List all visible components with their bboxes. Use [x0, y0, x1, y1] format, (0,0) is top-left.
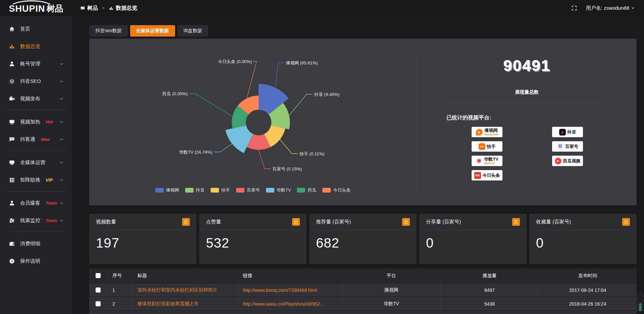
legend-label: 百家号 [247, 187, 260, 193]
overview-panel: 播视网 (65.61%)抖音 (9.40%)快手 (0.11%)百家号 (0.1… [89, 39, 637, 205]
cell-views: 8497 [440, 283, 539, 297]
video-title-link[interactable]: 楼体投影灯投影效果震撼上市 [138, 301, 199, 307]
legend-swatch [322, 188, 331, 193]
sidebar-divider [6, 151, 66, 151]
col-link: 链接 [238, 268, 342, 283]
member-icon [9, 200, 15, 206]
sidebar-item-tag: Tools [46, 218, 57, 223]
sidebar-item-bars[interactable]: 数据总览 [0, 38, 72, 55]
legend-item[interactable]: 今日头条 [322, 187, 351, 193]
chevron-down-icon [59, 137, 64, 142]
video-title-link[interactable]: 室外水纹灯和室内水纹灯的区别和简介 [138, 287, 217, 293]
cell-views: 5438 [440, 297, 539, 310]
help-icon: ? [9, 258, 15, 264]
sidebar-item-label: 矩阵助推 [20, 177, 40, 183]
main-content: 抖音seo数据全媒体运营数据询盘数据 播视网 (65.61%)抖音 (9.40%… [72, 16, 644, 314]
sidebar-item-help[interactable]: ?操作说明 [0, 252, 72, 270]
user-menu[interactable]: 用户名: zswodun88 [586, 5, 635, 11]
legend-item[interactable]: 西瓜 [297, 187, 316, 193]
table-row: 1室外水纹灯和室内水纹灯的区别和简介http://www.boosj.com/7… [89, 283, 637, 297]
sidebar-item-chat[interactable]: 抖客通New [0, 130, 72, 148]
summary-divider [446, 103, 604, 103]
sidebar-item-member[interactable]: 会员爆客Tools [0, 194, 72, 212]
sidebar-item-label: 会员爆客 [20, 200, 40, 206]
monitor-icon [9, 159, 15, 166]
breadcrumb-label: 树品 [87, 5, 98, 12]
legend-swatch [211, 188, 219, 193]
row-checkbox[interactable] [96, 301, 101, 306]
sidebar-item-label: 全媒体运营 [20, 159, 45, 166]
chevron-down-icon [59, 61, 64, 66]
legend-label: 快手 [221, 187, 230, 193]
row-checkbox[interactable] [96, 287, 101, 293]
pie-label: 西瓜 (0.00%) [162, 91, 187, 96]
pie-label-line [275, 63, 284, 88]
stat-title: 收藏量 (百家号) [536, 219, 571, 225]
col-title: 标题 [133, 268, 238, 283]
breadcrumb-item[interactable]: 树品 [80, 5, 98, 12]
fullscreen-icon[interactable] [571, 5, 577, 11]
legend-item[interactable]: 抖音 [185, 187, 205, 193]
tab-抖音seo数据[interactable]: 抖音seo数据 [89, 25, 128, 37]
impressions-total: 90491 [417, 56, 637, 74]
sidebar-item-label: 首页 [20, 26, 30, 32]
sidebar-item-video[interactable]: 视频发布 [0, 90, 72, 107]
sidebar-item-monitor[interactable]: 全媒体运营 [0, 154, 72, 171]
cell-platform: 华数TV [342, 297, 440, 310]
pie-label: 快手 (0.11%) [299, 151, 324, 156]
sidebar-item-gear[interactable]: 抖音SEO [0, 72, 72, 90]
impressions-total-label: 展现量总数 [417, 89, 637, 95]
platforms-title: 已统计的视频平台: [446, 114, 637, 121]
sidebar-divider [6, 110, 66, 110]
platform-name: 百家号 [565, 144, 578, 149]
sidebar-item-sliders[interactable]: 线索监控Tools [0, 212, 72, 229]
breadcrumb-separator: > [102, 5, 105, 11]
chevron-down-icon [59, 119, 64, 124]
legend-item[interactable]: 快手 [211, 187, 230, 193]
platform-sub: wasu.cn [484, 162, 498, 165]
sidebar-divider [6, 191, 66, 192]
sidebar-item-home[interactable]: 首页 [0, 20, 72, 38]
sidebar-item-grid[interactable]: 矩阵助推VIP [0, 171, 72, 189]
pie-label: 华数TV (24.74%) [179, 150, 212, 155]
wasu-logo: ❋ [476, 158, 482, 164]
user-label: 用户名: zswodun88 [586, 5, 629, 11]
col-index: 序号 [107, 268, 133, 283]
legend-item[interactable]: 华数TV [266, 187, 291, 193]
sidebar-item-screen[interactable]: 视频加热Hot [0, 113, 72, 130]
toutiao-logo: 头条 [474, 172, 481, 179]
video-url-link[interactable]: http://www.boosj.com/7338468.html [243, 287, 317, 293]
stat-value: 532 [199, 230, 307, 251]
chat-icon [9, 136, 15, 143]
tab-询盘数据[interactable]: 询盘数据 [177, 25, 208, 37]
sidebar-item-user[interactable]: 账号管理 [0, 55, 72, 72]
stat-card: 视频数量总197 [89, 214, 197, 264]
video-url-link[interactable]: http://www.wasu.cn/Play/show/id/952... [243, 301, 324, 307]
cell-time: 2017-08-24 17:04 [538, 283, 637, 297]
stat-title: 推荐量 (百家号) [316, 219, 351, 225]
sidebar-item-label: 账号管理 [20, 61, 40, 67]
breadcrumb-item[interactable]: 数据总览 [109, 5, 137, 12]
chevron-down-icon [59, 201, 64, 206]
pie-slice[interactable] [225, 125, 253, 153]
sidebar-item-wallet[interactable]: 消费明细 [0, 235, 72, 252]
legend-item[interactable]: 百家号 [236, 187, 260, 193]
legend-label: 抖音 [196, 187, 205, 193]
stat-card: 分享量 (百家号)总0 [419, 214, 527, 264]
legend-item[interactable]: 播视网 [155, 187, 179, 193]
videos-table: 序号标题链接平台播放量发布时间1室外水纹灯和室内水纹灯的区别和简介http://… [89, 268, 637, 314]
legend-swatch [236, 188, 245, 193]
platform-share-chart: 播视网 (65.61%)抖音 (9.40%)快手 (0.11%)百家号 (0.1… [89, 39, 417, 205]
select-all-checkbox[interactable] [96, 273, 101, 278]
tab-全媒体运营数据[interactable]: 全媒体运营数据 [130, 25, 175, 37]
pie-label: 今日头条 (0.00%) [218, 59, 252, 64]
breadcrumb-label: 数据总览 [116, 5, 137, 12]
chevron-down-icon [59, 160, 64, 165]
table-row: 2楼体投影灯投影效果震撼上市http://www.wasu.cn/Play/sh… [89, 297, 637, 310]
pie-label-line [189, 94, 232, 116]
stat-title: 视频数量 [96, 219, 116, 225]
app-logo: SHUPIN 树品 [0, 0, 72, 16]
pie-label: 百家号 (0.15%) [272, 166, 302, 171]
scrollbar-widget[interactable] [638, 292, 643, 313]
app-icon [80, 6, 85, 11]
